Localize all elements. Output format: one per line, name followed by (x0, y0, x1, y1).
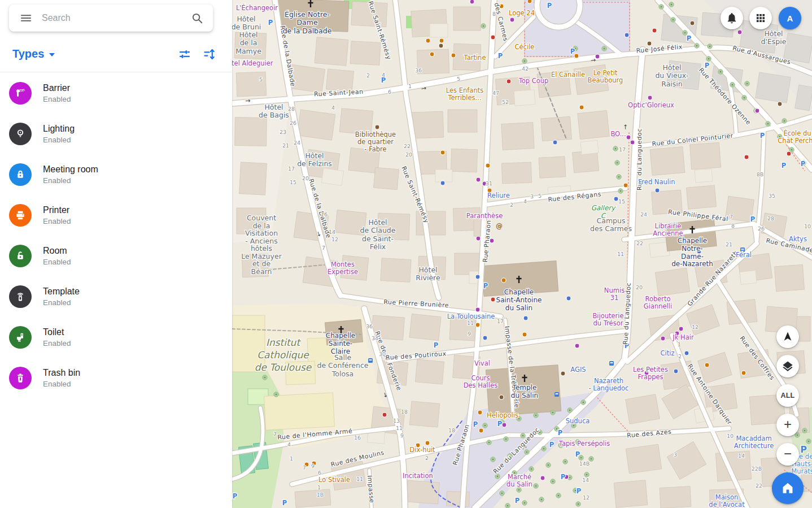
house-number: 9 (468, 331, 471, 337)
lightbulb-icon (9, 123, 32, 145)
map-tree-trunk (558, 495, 559, 496)
parking-icon: P (498, 52, 503, 60)
all-filter-button[interactable]: ALL (776, 384, 799, 407)
poi-label-hotel-riviere: HôtelRivière (416, 266, 440, 282)
house-number: 11 (396, 425, 403, 431)
house-number: 11 (617, 251, 624, 257)
map-tree-trunk (604, 48, 605, 49)
menu-button[interactable] (17, 9, 35, 27)
house-number: 6 (388, 89, 391, 95)
house-number: 17 (497, 318, 504, 324)
map-poi-p-icon (470, 0, 474, 4)
map-tree-trunk (620, 190, 621, 192)
compass-button[interactable] (776, 325, 799, 348)
type-item-title: Trash bin (43, 367, 80, 379)
house-number: 18 (401, 409, 408, 415)
types-header-row: Types (0, 36, 232, 72)
type-item-template[interactable]: TemplateEnabled (0, 276, 232, 317)
map-poi-p-icon (630, 140, 635, 145)
map-building (381, 258, 411, 283)
map-building (239, 162, 267, 195)
map-pane[interactable]: PPPPPPPPPPPPPPPPPPPPPPPPP@→→→→→→→Rue de … (232, 0, 812, 508)
search-button[interactable] (188, 9, 206, 27)
house-number: 21 (282, 142, 289, 149)
poi-label-tartine: Tartine (464, 54, 486, 62)
home-button[interactable] (772, 472, 804, 504)
map-tree-trunk (535, 485, 536, 487)
filter-button[interactable] (176, 45, 194, 63)
house-number: 7 (322, 245, 325, 251)
apps-grid-icon (755, 12, 766, 24)
oneway-arrow-icon: → (622, 124, 629, 129)
map-building (650, 147, 685, 176)
zoom-out-button[interactable]: − (776, 443, 799, 466)
parking-icon: P (575, 450, 580, 458)
house-number: 2 (510, 202, 513, 208)
map-tree-trunk (615, 148, 616, 149)
apps-grid-button[interactable] (749, 7, 772, 29)
map-poi-r-icon (652, 28, 657, 33)
map-tree-trunk (732, 84, 733, 85)
bus-stop-icon-window (369, 359, 372, 361)
map-poi-p-icon (626, 135, 631, 140)
type-item-printer[interactable]: PrinterEnabled (0, 195, 232, 236)
map-tree-trunk (784, 120, 785, 121)
internet-cafe-icon: @ (496, 222, 503, 230)
poi-label-suduca: Suduca (566, 417, 590, 425)
poi-label-jk-hair: Jk Hair (672, 333, 694, 341)
house-number: 15 (290, 179, 296, 185)
map-tree-trunk (744, 97, 745, 98)
account-avatar[interactable]: A (779, 7, 801, 29)
poi-label-feral-stop: Féral (736, 251, 752, 259)
map-building (449, 317, 479, 341)
search-bar[interactable] (9, 5, 213, 32)
map-building (326, 69, 354, 92)
house-number: 35 (769, 193, 775, 199)
map-tree-trunk (556, 428, 557, 429)
zoom-in-button[interactable]: + (776, 414, 799, 436)
bus-stop-icon-window (741, 249, 744, 250)
house-number: 8 (731, 223, 735, 229)
map-tree-trunk (720, 71, 721, 72)
map-building (514, 90, 535, 106)
map-canvas[interactable]: PPPPPPPPPPPPPPPPPPPPPPPPP@→→→→→→→Rue de … (232, 0, 812, 508)
map-building (315, 37, 348, 66)
type-item-meeting-room[interactable]: Meeting roomEnabled (0, 154, 232, 195)
poi-label-la-toulousaine: La Toulousaine (447, 312, 495, 320)
parking-icon: P (549, 441, 554, 449)
type-item-room[interactable]: RoomEnabled (0, 236, 232, 276)
map-tree-trunk (580, 457, 582, 458)
map-poi-p-icon (510, 18, 514, 22)
house-number: 24 (294, 140, 300, 146)
house-number: 14B (579, 461, 590, 467)
map-building (409, 314, 441, 340)
poi-label-heliopolis: Heliopolis (487, 411, 518, 419)
parking-icon: P (760, 132, 765, 140)
notifications-button[interactable] (721, 7, 743, 29)
sort-button[interactable] (200, 45, 219, 63)
type-list: BarrierEnabledLightingEnabledMeeting roo… (0, 73, 232, 508)
type-item-barrier[interactable]: BarrierEnabled (0, 73, 232, 114)
home-icon (780, 481, 795, 496)
type-item-lighting[interactable]: LightingEnabled (0, 114, 232, 154)
house-number: 47 (492, 90, 499, 96)
type-item-title: Room (43, 245, 71, 257)
parking-icon: P (687, 34, 691, 42)
map-building (374, 167, 399, 190)
parking-icon: P (782, 162, 786, 170)
layers-button[interactable] (776, 355, 799, 377)
map-tree-trunk (488, 442, 490, 443)
trash-icon (9, 367, 32, 389)
types-dropdown[interactable]: Types (9, 47, 58, 61)
house-number: 10 (727, 433, 734, 439)
poi-label-tapis-persepolis: Tapis Persépolis (558, 440, 610, 448)
parking-icon: P (705, 62, 709, 70)
poi-label-paranthese: Paranthèse (466, 212, 503, 220)
bus-stop-icon-window (610, 362, 613, 363)
map-building (350, 41, 381, 66)
type-item-trash-bin[interactable]: Trash binEnabled (0, 358, 232, 398)
map-tree-trunk (804, 430, 805, 431)
search-input[interactable] (41, 12, 182, 24)
type-item-toilet[interactable]: ToiletEnabled (0, 317, 232, 358)
map-poi-p-icon (737, 30, 742, 34)
